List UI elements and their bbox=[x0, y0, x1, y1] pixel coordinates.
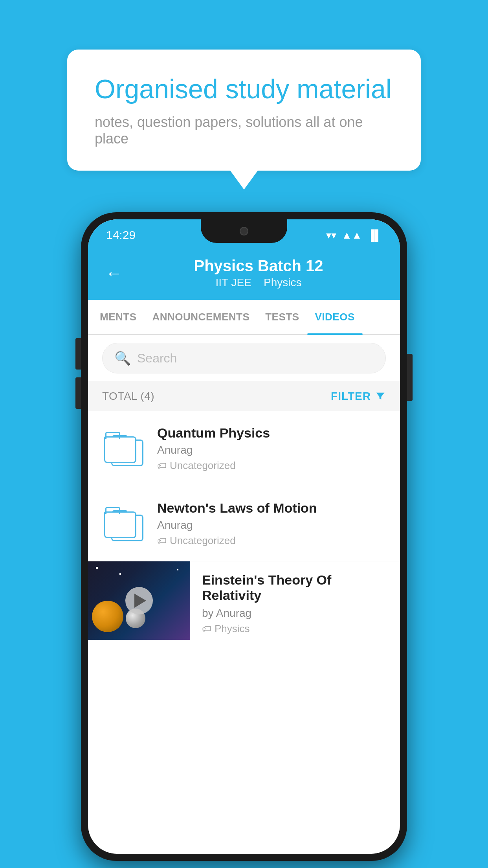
tab-videos[interactable]: VIDEOS bbox=[307, 300, 363, 334]
tag-icon: 🏷 bbox=[157, 460, 167, 471]
folder-icon bbox=[104, 506, 143, 541]
phone-screen: 14:29 ▾▾ ▲▲ ▐▌ ← Physics Batch 12 IIT JE… bbox=[88, 219, 400, 854]
phone-outer: 14:29 ▾▾ ▲▲ ▐▌ ← Physics Batch 12 IIT JE… bbox=[81, 212, 407, 861]
video-author: Anurag bbox=[157, 519, 386, 531]
search-input[interactable]: Search bbox=[137, 351, 177, 366]
tag-label: Physics bbox=[215, 623, 250, 635]
video-tag: 🏷 Uncategorized bbox=[157, 460, 386, 472]
volume-down-button bbox=[75, 377, 81, 409]
tab-bar: MENTS ANNOUNCEMENTS TESTS VIDEOS bbox=[88, 300, 400, 335]
bubble-title: Organised study material bbox=[95, 73, 393, 105]
video-list: Quantum Physics Anurag 🏷 Uncategorized bbox=[88, 411, 400, 646]
video-title: Einstein's Theory Of Relativity bbox=[202, 572, 388, 603]
tag-label: Uncategorized bbox=[170, 535, 236, 547]
signal-icon: ▲▲ bbox=[342, 229, 362, 241]
list-item[interactable]: Newton's Laws of Motion Anurag 🏷 Uncateg… bbox=[88, 486, 400, 561]
video-author: Anurag bbox=[157, 444, 386, 456]
batch-subtitle: IIT JEE Physics bbox=[134, 276, 383, 289]
star bbox=[96, 567, 98, 569]
video-title: Newton's Laws of Motion bbox=[157, 500, 386, 516]
power-button bbox=[407, 354, 413, 401]
speech-bubble: Organised study material notes, question… bbox=[67, 50, 421, 171]
star bbox=[119, 573, 121, 575]
tag-icon: 🏷 bbox=[202, 623, 211, 634]
planet-1 bbox=[92, 601, 123, 632]
bubble-subtitle: notes, question papers, solutions all at… bbox=[95, 114, 393, 147]
star bbox=[177, 569, 178, 570]
play-icon bbox=[134, 594, 146, 608]
filter-row: TOTAL (4) FILTER bbox=[88, 381, 400, 411]
batch-title: Physics Batch 12 bbox=[134, 257, 383, 275]
list-item[interactable]: Quantum Physics Anurag 🏷 Uncategorized bbox=[88, 411, 400, 486]
subtitle-part2: Physics bbox=[264, 276, 301, 289]
play-button[interactable] bbox=[125, 587, 153, 614]
folder-icon bbox=[104, 431, 143, 466]
battery-icon: ▐▌ bbox=[367, 229, 382, 241]
tab-announcements[interactable]: ANNOUNCEMENTS bbox=[145, 300, 258, 334]
search-container: 🔍 Search bbox=[88, 335, 400, 381]
search-bar[interactable]: 🔍 Search bbox=[102, 343, 386, 373]
camera-icon bbox=[240, 227, 248, 235]
wifi-icon: ▾▾ bbox=[326, 229, 336, 241]
list-item[interactable]: Einstein's Theory Of Relativity by Anura… bbox=[88, 561, 400, 646]
tag-label: Uncategorized bbox=[170, 460, 236, 472]
status-time: 14:29 bbox=[106, 228, 136, 242]
tag-icon: 🏷 bbox=[157, 535, 167, 546]
video-title: Quantum Physics bbox=[157, 425, 386, 441]
tab-ments[interactable]: MENTS bbox=[92, 300, 145, 334]
header-center: Physics Batch 12 IIT JEE Physics bbox=[134, 257, 383, 289]
filter-label: FILTER bbox=[331, 390, 371, 403]
filter-button[interactable]: FILTER bbox=[331, 390, 386, 403]
video-info: Quantum Physics Anurag 🏷 Uncategorized bbox=[157, 425, 386, 472]
status-icons: ▾▾ ▲▲ ▐▌ bbox=[326, 229, 382, 241]
video-author: by Anurag bbox=[202, 607, 388, 620]
video-icon-wrap bbox=[102, 506, 145, 541]
video-tag: 🏷 Physics bbox=[202, 623, 388, 635]
back-button[interactable]: ← bbox=[105, 263, 123, 283]
app-header: ← Physics Batch 12 IIT JEE Physics bbox=[88, 248, 400, 300]
hero-section: Organised study material notes, question… bbox=[0, 0, 488, 220]
tab-tests[interactable]: TESTS bbox=[257, 300, 307, 334]
search-icon: 🔍 bbox=[114, 350, 131, 366]
video-info: Einstein's Theory Of Relativity by Anura… bbox=[190, 561, 400, 646]
phone-mockup: 14:29 ▾▾ ▲▲ ▐▌ ← Physics Batch 12 IIT JE… bbox=[81, 212, 407, 861]
subtitle-part1: IIT JEE bbox=[216, 276, 251, 289]
video-thumbnail bbox=[88, 561, 190, 640]
volume-up-button bbox=[75, 338, 81, 370]
phone-notch bbox=[201, 219, 287, 243]
video-tag: 🏷 Uncategorized bbox=[157, 535, 386, 547]
video-info: Newton's Laws of Motion Anurag 🏷 Uncateg… bbox=[157, 500, 386, 547]
filter-icon bbox=[375, 391, 386, 402]
video-icon-wrap bbox=[102, 431, 145, 466]
total-count: TOTAL (4) bbox=[102, 390, 154, 403]
